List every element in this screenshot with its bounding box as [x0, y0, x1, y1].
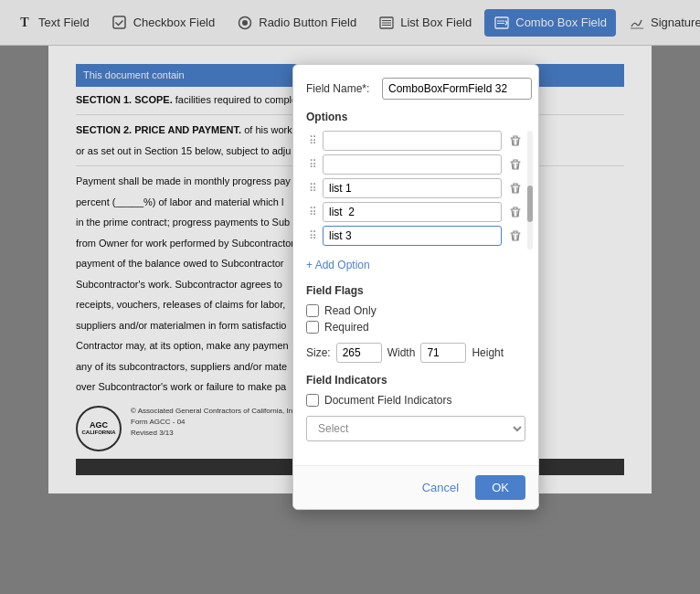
add-option-label: + Add Option	[306, 259, 370, 271]
option-input-1[interactable]	[323, 131, 502, 151]
delete-option-1-button[interactable]	[505, 133, 525, 149]
required-checkbox[interactable]	[306, 321, 319, 334]
size-row: Size: Width Height	[306, 343, 525, 363]
modal-body: Field Name*: Options ⠿ ⠿	[293, 65, 538, 465]
read-only-row: Read Only	[306, 304, 525, 317]
field-indicators-title: Field Indicators	[306, 374, 525, 387]
width-label: Width	[387, 346, 416, 359]
option-row-5: ⠿	[306, 226, 525, 246]
drag-handle-5[interactable]: ⠿	[306, 229, 319, 242]
field-name-input[interactable]	[382, 78, 532, 100]
combo-box-field-modal: Field Name*: Options ⠿ ⠿	[292, 64, 539, 510]
document-field-indicators-label[interactable]: Document Field Indicators	[324, 394, 451, 407]
option-row-2: ⠿	[306, 154, 525, 175]
add-option-button[interactable]: + Add Option	[306, 257, 370, 273]
option-input-2[interactable]	[323, 154, 502, 175]
option-row-1: ⠿	[306, 131, 525, 151]
modal-footer: Cancel OK	[293, 465, 538, 509]
delete-option-4-button[interactable]	[505, 204, 525, 220]
field-name-row: Field Name*:	[306, 78, 525, 100]
options-list-container: ⠿ ⠿ ⠿	[306, 131, 525, 249]
height-label: Height	[472, 346, 504, 359]
option-row-4: ⠿	[306, 202, 525, 222]
delete-option-2-button[interactable]	[505, 156, 525, 173]
read-only-label[interactable]: Read Only	[324, 304, 377, 317]
option-input-3[interactable]	[323, 178, 502, 198]
select-dropdown[interactable]: Select	[306, 416, 525, 441]
field-indicators-section: Field Indicators Document Field Indicato…	[306, 374, 525, 407]
required-label[interactable]: Required	[324, 321, 369, 334]
delete-option-3-button[interactable]	[505, 180, 525, 196]
option-input-5[interactable]	[323, 226, 502, 246]
field-name-label: Field Name*:	[306, 82, 375, 95]
drag-handle-4[interactable]: ⠿	[306, 206, 319, 218]
options-section-title: Options	[306, 111, 525, 123]
field-flags-section: Field Flags Read Only Required	[306, 284, 525, 334]
required-row: Required	[306, 321, 525, 334]
read-only-checkbox[interactable]	[306, 304, 319, 317]
cancel-button[interactable]: Cancel	[413, 475, 468, 500]
options-scroll-track	[527, 131, 533, 249]
options-list: ⠿ ⠿ ⠿	[306, 131, 525, 249]
drag-handle-1[interactable]: ⠿	[306, 134, 319, 147]
drag-handle-3[interactable]: ⠿	[306, 182, 319, 195]
option-row-3: ⠿	[306, 178, 525, 198]
option-input-4[interactable]	[323, 202, 502, 222]
document-field-indicators-checkbox[interactable]	[306, 394, 319, 407]
document-field-indicators-row: Document Field Indicators	[306, 394, 525, 407]
size-input[interactable]	[336, 343, 382, 363]
width-input[interactable]	[420, 343, 466, 363]
size-label: Size:	[306, 346, 331, 359]
delete-option-5-button[interactable]	[505, 228, 525, 244]
field-flags-title: Field Flags	[306, 284, 525, 297]
options-scroll-thumb[interactable]	[527, 186, 533, 222]
drag-handle-2[interactable]: ⠿	[306, 158, 319, 171]
ok-button[interactable]: OK	[475, 475, 525, 500]
